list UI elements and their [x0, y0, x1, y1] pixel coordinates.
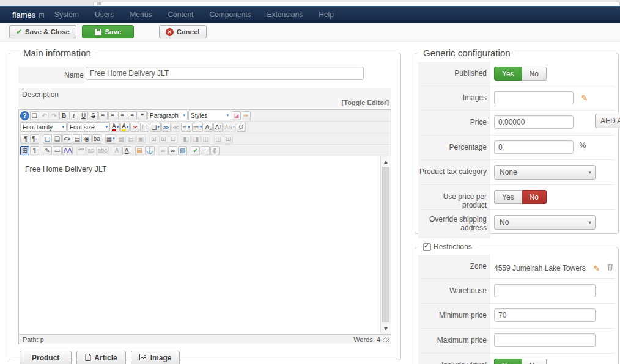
- generic-configuration-legend: Generic configuration: [419, 48, 514, 58]
- menu-system[interactable]: System: [46, 10, 87, 19]
- save-button[interactable]: Save: [82, 25, 134, 38]
- align-justify-icon[interactable]: ≡▾: [128, 111, 137, 120]
- editor-scrollbar[interactable]: [380, 156, 391, 334]
- menu-users[interactable]: Users: [87, 10, 122, 19]
- horizontal-rule-icon[interactable]: —▾: [201, 146, 210, 155]
- minimum-price-row: Minimum price: [418, 304, 615, 329]
- published-row: Published Yes No: [418, 62, 615, 86]
- find-icon[interactable]: ◉▾: [83, 134, 92, 144]
- cut-icon[interactable]: ✂▾: [130, 123, 139, 132]
- include-virtual-yes-button[interactable]: Yes: [494, 359, 522, 364]
- cancel-button[interactable]: ✕ Cancel: [159, 25, 207, 38]
- style-props-icon[interactable]: AA▾: [62, 146, 73, 155]
- print-icon[interactable]: ▤▾: [73, 134, 82, 144]
- source-code-icon[interactable]: <>▾: [62, 134, 72, 144]
- include-virtual-no-button[interactable]: No: [522, 359, 547, 364]
- delete-zone-icon[interactable]: [607, 262, 613, 272]
- paste-icon[interactable]: ❑▾: [150, 123, 160, 132]
- special-character-icon[interactable]: Ω▾: [237, 123, 246, 132]
- tax-category-label: Product tax category: [418, 160, 490, 184]
- font-size-select[interactable]: Font size▾: [67, 122, 110, 132]
- strikethrough-icon[interactable]: S▾: [89, 111, 98, 120]
- name-input[interactable]: [86, 67, 364, 80]
- blockquote-icon[interactable]: ❝▾: [138, 111, 147, 120]
- edit-images-icon[interactable]: ✎: [581, 93, 588, 103]
- restrictions-checkbox[interactable]: [423, 243, 431, 251]
- spellcheck-icon[interactable]: ✔▾: [191, 146, 200, 155]
- price-per-product-no-button[interactable]: No: [522, 190, 547, 204]
- menu-extensions[interactable]: Extensions: [259, 10, 311, 19]
- ltr-icon[interactable]: ·¶▾: [20, 134, 29, 144]
- align-center-icon[interactable]: ≡▾: [108, 111, 117, 120]
- editor-resize-handle[interactable]: [383, 337, 389, 342]
- font-family-select[interactable]: Font family▾: [20, 122, 67, 132]
- paragraph-format-select[interactable]: Paragraph▾: [147, 111, 188, 120]
- align-left-icon[interactable]: ≡▾: [98, 111, 108, 120]
- override-address-row: Override shipping address No ▾: [418, 210, 615, 238]
- menu-content[interactable]: Content: [160, 10, 201, 19]
- menu-menus[interactable]: Menus: [122, 10, 160, 19]
- link-icon[interactable]: ∞▾: [168, 146, 177, 155]
- editor-statusbar: Path: p Words: 4: [19, 334, 391, 344]
- insert-article-button[interactable]: Article: [76, 351, 125, 364]
- save-close-button[interactable]: ✔ Save & Close: [9, 25, 76, 38]
- site-brand[interactable]: flames◳: [12, 10, 45, 20]
- insert-table-icon[interactable]: ▦▾: [105, 134, 116, 144]
- images-input[interactable]: [494, 91, 574, 104]
- copy-icon[interactable]: ❐▾: [140, 123, 149, 132]
- paste-word-icon[interactable]: ✎▾: [43, 146, 52, 155]
- underline-icon[interactable]: U▾: [79, 111, 88, 120]
- new-document-icon[interactable]: ❏▾: [30, 111, 39, 120]
- styles-select[interactable]: Styles▾: [188, 111, 231, 120]
- cleanup-icon[interactable]: ✑▾: [242, 111, 251, 120]
- insert-image-icon[interactable]: ▧▾: [178, 146, 187, 155]
- help-icon[interactable]: ?▾: [20, 111, 29, 120]
- edit-zone-icon[interactable]: ✎: [593, 264, 600, 273]
- editor-content-area[interactable]: Free Home Delivery JLT: [19, 156, 391, 334]
- scroll-down-button[interactable]: [381, 324, 391, 333]
- text-color-icon[interactable]: A▾: [111, 123, 120, 132]
- currency-select[interactable]: AED A: [595, 114, 620, 128]
- insert-template-icon[interactable]: ▤▾: [135, 146, 144, 155]
- fullscreen-icon[interactable]: ▢▾: [43, 134, 52, 144]
- price-input[interactable]: [494, 115, 574, 129]
- edit-css-icon[interactable]: ❏▾: [53, 134, 62, 144]
- scroll-up-button[interactable]: [381, 157, 391, 167]
- anchor-icon[interactable]: ⚓▾: [145, 146, 155, 155]
- override-address-select[interactable]: No ▾: [494, 215, 596, 230]
- remove-format-icon[interactable]: ◪▾: [232, 111, 241, 120]
- scrollbar-thumb[interactable]: [382, 167, 389, 322]
- subscript-icon[interactable]: A₂▾: [204, 123, 213, 132]
- indent-icon[interactable]: ≫▾: [161, 123, 171, 132]
- ordered-list-icon[interactable]: ≣▾: [181, 123, 191, 132]
- published-yes-button[interactable]: Yes: [494, 67, 522, 81]
- unordered-list-icon[interactable]: ≔▾: [192, 123, 204, 132]
- percentage-input[interactable]: [494, 140, 574, 154]
- insertion-icon[interactable]: A▾: [122, 146, 131, 155]
- triangle-up-icon: [384, 161, 388, 164]
- tax-category-select[interactable]: None ▾: [494, 165, 596, 180]
- menu-help[interactable]: Help: [311, 10, 342, 19]
- maximum-price-input[interactable]: [494, 333, 596, 347]
- published-label: Published: [418, 62, 490, 86]
- insert-image-button[interactable]: Image: [131, 351, 180, 364]
- rtl-icon[interactable]: ¶·▾: [30, 134, 39, 144]
- nonbreaking-icon[interactable]: ▭▾: [53, 146, 62, 155]
- iframe-icon[interactable]: ▯▾: [210, 146, 220, 155]
- show-blocks-icon[interactable]: ¶▾: [30, 146, 39, 155]
- bold-icon[interactable]: B▾: [59, 111, 68, 120]
- menu-components[interactable]: Components: [201, 10, 259, 19]
- highlight-color-icon[interactable]: A▾: [120, 123, 130, 132]
- toggle-editor-link[interactable]: [Toggle Editor]: [342, 99, 389, 106]
- italic-icon[interactable]: I▾: [69, 111, 78, 120]
- published-no-button[interactable]: No: [522, 67, 547, 81]
- align-right-icon[interactable]: ≡▾: [118, 111, 127, 120]
- translate-icon[interactable]: ba▾: [92, 134, 101, 144]
- superscript-icon[interactable]: A²▾: [213, 123, 223, 132]
- case-change-icon: Aa▾: [223, 123, 236, 132]
- warehouse-input[interactable]: [494, 284, 596, 297]
- table-borders-icon[interactable]: ⊞▾: [20, 146, 29, 155]
- insert-product-button[interactable]: Product: [20, 351, 72, 364]
- price-per-product-yes-button[interactable]: Yes: [494, 190, 522, 204]
- minimum-price-input[interactable]: [494, 308, 596, 322]
